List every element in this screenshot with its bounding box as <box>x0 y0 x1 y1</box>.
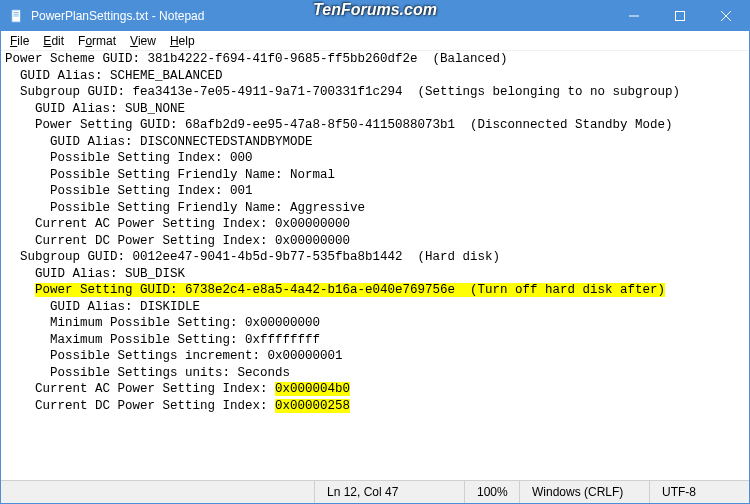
text-line: Possible Setting Friendly Name: Normal <box>5 167 745 184</box>
text-line: GUID Alias: SUB_NONE <box>5 101 745 118</box>
text-line: GUID Alias: DISKIDLE <box>5 299 745 316</box>
text-content[interactable]: Power Scheme GUID: 381b4222-f694-41f0-96… <box>1 51 749 480</box>
text-line: Minimum Possible Setting: 0x00000000 <box>5 315 745 332</box>
svg-rect-5 <box>676 12 685 21</box>
text-line: Power Scheme GUID: 381b4222-f694-41f0-96… <box>5 51 745 68</box>
text-line: GUID Alias: SCHEME_BALANCED <box>5 68 745 85</box>
menu-help[interactable]: Help <box>163 33 202 49</box>
titlebar[interactable]: PowerPlanSettings.txt - Notepad <box>1 1 749 31</box>
text-line: GUID Alias: SUB_DISK <box>5 266 745 283</box>
text-line: Current AC Power Setting Index: 0x000004… <box>5 381 745 398</box>
close-button[interactable] <box>703 1 749 31</box>
window-title: PowerPlanSettings.txt - Notepad <box>31 9 611 23</box>
highlight: 0x000004b0 <box>275 382 350 396</box>
menubar: File Edit Format View Help <box>1 31 749 51</box>
minimize-button[interactable] <box>611 1 657 31</box>
highlight: Power Setting GUID: 6738e2c4-e8a5-4a42-b… <box>35 283 665 297</box>
text-line: Current AC Power Setting Index: 0x000000… <box>5 216 745 233</box>
text-line: Possible Settings units: Seconds <box>5 365 745 382</box>
status-encoding: UTF-8 <box>649 481 749 503</box>
text-line: Possible Setting Index: 001 <box>5 183 745 200</box>
menu-edit[interactable]: Edit <box>36 33 71 49</box>
text-line: Power Setting GUID: 6738e2c4-e8a5-4a42-b… <box>5 282 745 299</box>
text-line: Maximum Possible Setting: 0xffffffff <box>5 332 745 349</box>
notepad-icon <box>9 8 25 24</box>
maximize-button[interactable] <box>657 1 703 31</box>
text-line: GUID Alias: DISCONNECTEDSTANDBYMODE <box>5 134 745 151</box>
text-line: Current DC Power Setting Index: 0x000002… <box>5 398 745 415</box>
menu-view[interactable]: View <box>123 33 163 49</box>
status-position: Ln 12, Col 47 <box>314 481 464 503</box>
text-line: Possible Settings increment: 0x00000001 <box>5 348 745 365</box>
text-line: Possible Setting Index: 000 <box>5 150 745 167</box>
notepad-window: PowerPlanSettings.txt - Notepad File Edi… <box>0 0 750 504</box>
text-line: Subgroup GUID: fea3413e-7e05-4911-9a71-7… <box>5 84 745 101</box>
text-line: Subgroup GUID: 0012ee47-9041-4b5d-9b77-5… <box>5 249 745 266</box>
status-eol: Windows (CRLF) <box>519 481 649 503</box>
menu-format[interactable]: Format <box>71 33 123 49</box>
text-line: Power Setting GUID: 68afb2d9-ee95-47a8-8… <box>5 117 745 134</box>
statusbar: Ln 12, Col 47 100% Windows (CRLF) UTF-8 <box>1 480 749 503</box>
text-line: Possible Setting Friendly Name: Aggressi… <box>5 200 745 217</box>
menu-file[interactable]: File <box>3 33 36 49</box>
status-zoom: 100% <box>464 481 519 503</box>
text-line: Current DC Power Setting Index: 0x000000… <box>5 233 745 250</box>
highlight: 0x00000258 <box>275 399 350 413</box>
